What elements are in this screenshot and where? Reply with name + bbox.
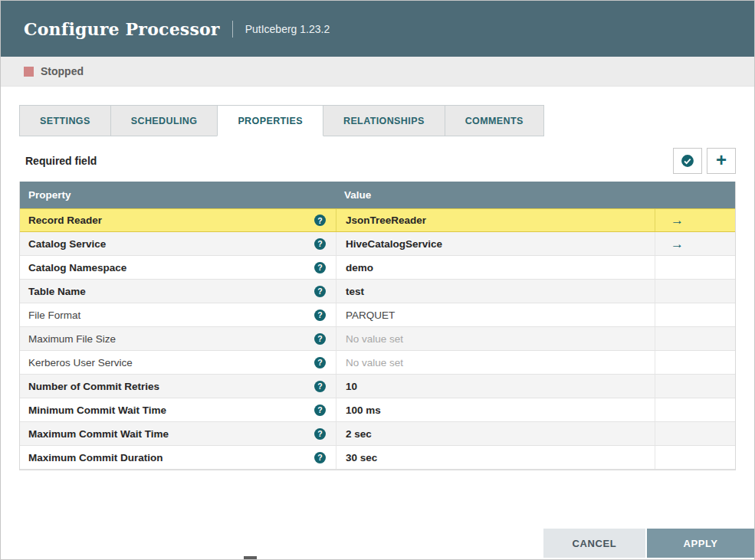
- property-value: test: [346, 286, 364, 297]
- property-value: 10: [346, 381, 357, 392]
- value-cell[interactable]: JsonTreeReader: [336, 209, 655, 231]
- apply-button[interactable]: APPLY: [647, 529, 754, 558]
- processor-name-version: PutIceberg 1.23.2: [245, 23, 330, 35]
- verify-properties-button[interactable]: [673, 148, 702, 174]
- property-row[interactable]: Maximum File Size?No value set: [20, 327, 735, 351]
- help-icon[interactable]: ?: [314, 238, 326, 250]
- goto-cell: [655, 256, 735, 279]
- goto-cell: [655, 398, 735, 421]
- property-value: 100 ms: [346, 404, 381, 416]
- properties-table: Property Value Record Reader?JsonTreeRea…: [19, 182, 736, 470]
- property-row[interactable]: Maximum Commit Duration?30 sec: [20, 446, 735, 470]
- table-body: Record Reader?JsonTreeReader→Catalog Ser…: [20, 208, 735, 470]
- property-value: HiveCatalogService: [346, 238, 442, 250]
- property-cell: Catalog Namespace?: [20, 256, 336, 279]
- property-column-header: Property: [20, 189, 336, 201]
- property-name: Maximum Commit Duration: [28, 452, 163, 463]
- property-row[interactable]: Record Reader?JsonTreeReader→: [20, 208, 735, 232]
- tab-scheduling[interactable]: SCHEDULING: [110, 105, 218, 136]
- property-row[interactable]: Catalog Service?HiveCatalogService→: [20, 232, 735, 256]
- help-icon[interactable]: ?: [314, 262, 326, 273]
- property-row[interactable]: Number of Commit Retries?10: [20, 375, 735, 398]
- property-cell: Number of Commit Retries?: [20, 375, 336, 398]
- property-value: JsonTreeReader: [346, 215, 426, 226]
- property-cell: Record Reader?: [20, 209, 336, 231]
- property-name: File Format: [28, 309, 80, 321]
- property-name: Catalog Namespace: [28, 262, 126, 273]
- goto-cell: [655, 375, 735, 398]
- properties-toolbar: Required field +: [19, 148, 736, 174]
- help-icon[interactable]: ?: [314, 309, 326, 321]
- status-label: Stopped: [41, 65, 84, 77]
- help-icon[interactable]: ?: [314, 215, 326, 226]
- value-cell[interactable]: PARQUET: [336, 303, 655, 326]
- help-icon[interactable]: ?: [314, 404, 326, 416]
- dialog-title: Configure Processor: [24, 19, 220, 39]
- value-cell[interactable]: demo: [336, 256, 655, 279]
- value-cell[interactable]: test: [336, 280, 655, 303]
- tab-settings[interactable]: SETTINGS: [19, 105, 111, 136]
- property-name: Table Name: [28, 286, 86, 297]
- goto-service-icon[interactable]: →: [671, 237, 684, 251]
- property-cell: Maximum Commit Duration?: [20, 446, 336, 469]
- property-row[interactable]: Catalog Namespace?demo: [20, 256, 735, 280]
- value-cell[interactable]: 2 sec: [336, 422, 655, 445]
- plus-icon: +: [716, 151, 727, 169]
- cancel-button[interactable]: CANCEL: [543, 529, 645, 558]
- configure-processor-dialog: Configure Processor PutIceberg 1.23.2 St…: [0, 0, 755, 560]
- property-cell: Maximum Commit Wait Time?: [20, 422, 336, 445]
- property-name: Catalog Service: [28, 238, 106, 250]
- tab-bar: SETTINGSSCHEDULINGPROPERTIESRELATIONSHIP…: [19, 105, 736, 136]
- title-separator: [232, 21, 233, 38]
- goto-cell: [655, 422, 735, 445]
- circle-check-icon: [680, 153, 695, 169]
- help-icon[interactable]: ?: [314, 286, 326, 297]
- value-cell[interactable]: No value set: [336, 351, 655, 374]
- property-name: Kerberos User Service: [28, 357, 133, 368]
- value-cell[interactable]: 10: [336, 375, 655, 398]
- help-icon[interactable]: ?: [314, 381, 326, 392]
- required-field-label: Required field: [19, 155, 97, 167]
- toolbar-buttons: +: [673, 148, 736, 174]
- goto-cell: [655, 351, 735, 374]
- value-cell[interactable]: HiveCatalogService: [336, 232, 655, 255]
- property-cell: Kerberos User Service?: [20, 351, 336, 374]
- property-value: No value set: [346, 333, 403, 345]
- property-cell: Maximum File Size?: [20, 327, 336, 350]
- value-cell[interactable]: 30 sec: [336, 446, 655, 469]
- add-property-button[interactable]: +: [707, 148, 736, 174]
- property-cell: Minimum Commit Wait Time?: [20, 398, 336, 421]
- value-column-header: Value: [336, 189, 655, 201]
- property-value: 2 sec: [346, 428, 372, 440]
- property-row[interactable]: Maximum Commit Wait Time?2 sec: [20, 422, 735, 446]
- property-value: 30 sec: [346, 452, 377, 463]
- goto-service-icon[interactable]: →: [671, 214, 684, 227]
- help-icon[interactable]: ?: [314, 428, 326, 440]
- goto-cell: [655, 280, 735, 303]
- property-cell: File Format?: [20, 303, 336, 326]
- help-icon[interactable]: ?: [314, 452, 326, 463]
- scrollbar-thumb[interactable]: [244, 556, 257, 559]
- value-cell[interactable]: 100 ms: [336, 398, 655, 421]
- tab-comments[interactable]: COMMENTS: [445, 105, 544, 136]
- property-name: Number of Commit Retries: [28, 381, 159, 392]
- help-icon[interactable]: ?: [314, 333, 326, 345]
- status-bar: Stopped: [1, 57, 754, 87]
- table-header-row: Property Value: [20, 182, 735, 208]
- property-value: PARQUET: [346, 309, 395, 321]
- property-cell: Table Name?: [20, 280, 336, 303]
- property-name: Record Reader: [28, 215, 102, 226]
- goto-cell: [655, 327, 735, 350]
- dialog-header: Configure Processor PutIceberg 1.23.2: [1, 1, 754, 57]
- property-row[interactable]: Table Name?test: [20, 280, 735, 303]
- property-row[interactable]: Minimum Commit Wait Time?100 ms: [20, 398, 735, 422]
- property-name: Maximum Commit Wait Time: [28, 428, 169, 440]
- tab-properties[interactable]: PROPERTIES: [217, 105, 323, 136]
- help-icon[interactable]: ?: [314, 357, 326, 368]
- property-row[interactable]: Kerberos User Service?No value set: [20, 351, 735, 375]
- goto-cell: →: [655, 232, 735, 255]
- property-cell: Catalog Service?: [20, 232, 336, 255]
- value-cell[interactable]: No value set: [336, 327, 655, 350]
- tab-relationships[interactable]: RELATIONSHIPS: [323, 105, 445, 136]
- property-row[interactable]: File Format?PARQUET: [20, 303, 735, 327]
